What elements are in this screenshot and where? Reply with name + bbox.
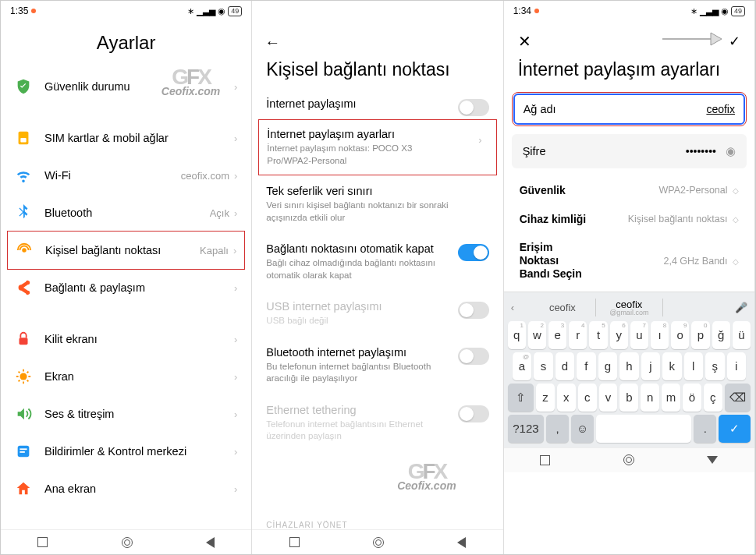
settings-row-notif[interactable]: Bildirimler & Kontrol merkezi› xyxy=(1,433,251,470)
key-k[interactable]: k xyxy=(662,352,681,380)
toggle[interactable] xyxy=(458,348,489,365)
key-numbers[interactable]: ?123 xyxy=(508,415,544,443)
settings-row-hotspot[interactable]: Kişisel bağlantı noktasıKapalı› xyxy=(7,231,245,270)
settings-row-share[interactable]: Bağlantı & paylaşım› xyxy=(1,269,251,306)
hotspot-row[interactable]: USB internet paylaşımıUSB bağlı değil xyxy=(252,291,502,337)
key-r[interactable]: r4 xyxy=(569,321,587,349)
header: ← xyxy=(252,21,502,56)
chevron-right-icon: › xyxy=(233,245,236,256)
key-ö[interactable]: ö xyxy=(683,384,701,412)
key-e[interactable]: e3 xyxy=(548,321,566,349)
password-field[interactable]: Şifre •••••••• ◉ xyxy=(512,134,747,168)
option-row[interactable]: GüvenlikWPA2-Personal ◇ xyxy=(504,176,754,205)
mic-icon[interactable]: 🎤 xyxy=(729,302,747,313)
key-d[interactable]: d xyxy=(555,352,574,380)
nav-home-icon[interactable] xyxy=(373,537,384,548)
key-comma[interactable]: , xyxy=(546,415,569,443)
nav-back-icon[interactable] xyxy=(206,537,215,548)
key-ü[interactable]: ü xyxy=(733,321,751,349)
toggle[interactable] xyxy=(458,99,489,116)
row-title: İnternet paylaşımı xyxy=(266,97,488,110)
row-subtitle: Bağlı cihaz olmadığında bağlantı noktası… xyxy=(266,257,488,281)
key-ç[interactable]: ç xyxy=(704,384,722,412)
nav-recents-icon[interactable] xyxy=(37,537,48,547)
suggestion-bar: ‹ ceofix ceofix @gmail.com 🎤 xyxy=(506,295,752,321)
option-row[interactable]: Cihaz kimliğiKişisel bağlantı noktası ◇ xyxy=(504,205,754,234)
row-title: Bluetooth internet paylaşımı xyxy=(266,346,488,359)
key-h[interactable]: h xyxy=(619,352,638,380)
key-l[interactable]: l xyxy=(684,352,703,380)
key-space[interactable] xyxy=(596,415,691,443)
settings-row-home[interactable]: Ana ekran› xyxy=(1,470,251,507)
key-f[interactable]: f xyxy=(577,352,595,380)
key-ğ[interactable]: ğ xyxy=(712,321,730,349)
row-subtitle: USB bağlı değil xyxy=(266,315,488,327)
toggle[interactable] xyxy=(458,302,489,319)
settings-row-sound[interactable]: Ses & titreşim› xyxy=(1,395,251,433)
hotspot-row[interactable]: Ethernet tetheringTelefonun internet bağ… xyxy=(252,394,502,452)
hotspot-row[interactable]: Bluetooth internet paylaşımıBu telefonun… xyxy=(252,337,502,394)
field-value: •••••••• xyxy=(686,145,716,157)
chevron-right-icon: › xyxy=(234,133,237,144)
option-label: ErişimNoktasıBandı Seçin xyxy=(520,241,582,280)
key-t[interactable]: t5 xyxy=(589,321,607,349)
key-n[interactable]: n xyxy=(641,384,659,412)
chevron-right-icon: › xyxy=(234,371,237,383)
key-j[interactable]: j xyxy=(641,352,660,380)
key-emoji[interactable]: ☺ xyxy=(571,415,594,443)
key-p[interactable]: p0 xyxy=(691,321,709,349)
key-i[interactable]: i xyxy=(727,352,746,380)
close-icon[interactable]: ✕ xyxy=(518,32,531,51)
key-dot[interactable]: . xyxy=(694,415,716,443)
nav-hide-keyboard-icon[interactable] xyxy=(707,456,718,464)
key-ı[interactable]: ı8 xyxy=(651,321,669,349)
toggle[interactable] xyxy=(458,405,489,422)
key-y[interactable]: y6 xyxy=(610,321,628,349)
hotspot-row[interactable]: İnternet paylaşımı xyxy=(252,88,502,119)
settings-row-wifi[interactable]: Wi-Ficeofix.com› xyxy=(1,157,251,194)
option-row[interactable]: ErişimNoktasıBandı Seçin2,4 GHz Bandı ◇ xyxy=(504,233,754,288)
panel-hotspot: ← Kişisel bağlantı noktası İnternet payl… xyxy=(252,1,503,554)
key-c[interactable]: c xyxy=(578,384,597,412)
nav-home-icon[interactable] xyxy=(623,454,634,465)
nav-back-icon[interactable] xyxy=(457,537,466,548)
toggle[interactable] xyxy=(458,244,489,261)
settings-row-shield[interactable]: Güvenlik durumu› xyxy=(1,68,251,105)
settings-row-display[interactable]: Ekran› xyxy=(1,358,251,395)
nav-home-icon[interactable] xyxy=(122,537,133,548)
suggestion-main[interactable]: ceofix @gmail.com xyxy=(595,299,662,316)
key-u[interactable]: u7 xyxy=(630,321,648,349)
key-g[interactable]: g xyxy=(598,352,617,380)
settings-row-lock[interactable]: Kilit ekranı› xyxy=(1,320,251,358)
key-s[interactable]: s xyxy=(534,352,552,380)
network-name-field[interactable]: Ağ adı ceofix xyxy=(512,92,747,126)
settings-row-bt[interactable]: BluetoothAçık› xyxy=(1,194,251,232)
key-z[interactable]: z xyxy=(536,384,555,412)
eye-icon[interactable]: ◉ xyxy=(726,144,736,157)
key-v[interactable]: v xyxy=(599,384,618,412)
key-backspace[interactable]: ⌫ xyxy=(725,384,751,412)
page-title: İnternet paylaşım ayarları xyxy=(504,55,754,92)
settings-row-sim[interactable]: SIM kartlar & mobil ağlar› xyxy=(1,119,251,157)
key-m[interactable]: m xyxy=(662,384,680,412)
back-icon[interactable]: ← xyxy=(264,34,286,51)
field-label: Şifre xyxy=(523,145,546,157)
key-q[interactable]: q1 xyxy=(508,321,526,349)
confirm-icon[interactable]: ✓ xyxy=(729,33,740,50)
hotspot-row[interactable]: İnternet paylaşım ayarlarıİnternet payla… xyxy=(258,119,496,175)
key-o[interactable]: o9 xyxy=(671,321,689,349)
key-shift[interactable]: ⇧ xyxy=(508,384,534,412)
chevron-left-icon[interactable]: ‹ xyxy=(511,302,530,313)
key-w[interactable]: w2 xyxy=(528,321,546,349)
nav-recents-icon[interactable] xyxy=(540,455,550,465)
key-x[interactable]: x xyxy=(557,384,576,412)
key-ş[interactable]: ş xyxy=(705,352,724,380)
key-a[interactable]: a@ xyxy=(513,352,531,380)
suggestion[interactable]: ceofix xyxy=(530,302,595,313)
share-icon xyxy=(15,279,32,296)
hotspot-row[interactable]: Tek seferlik veri sınırıVeri sınırı kişi… xyxy=(252,175,502,233)
nav-recents-icon[interactable] xyxy=(289,537,300,547)
key-b[interactable]: b xyxy=(619,384,638,412)
key-go[interactable]: ✓ xyxy=(719,415,751,443)
hotspot-row[interactable]: Bağlantı noktasını otomatik kapatBağlı c… xyxy=(252,233,502,291)
